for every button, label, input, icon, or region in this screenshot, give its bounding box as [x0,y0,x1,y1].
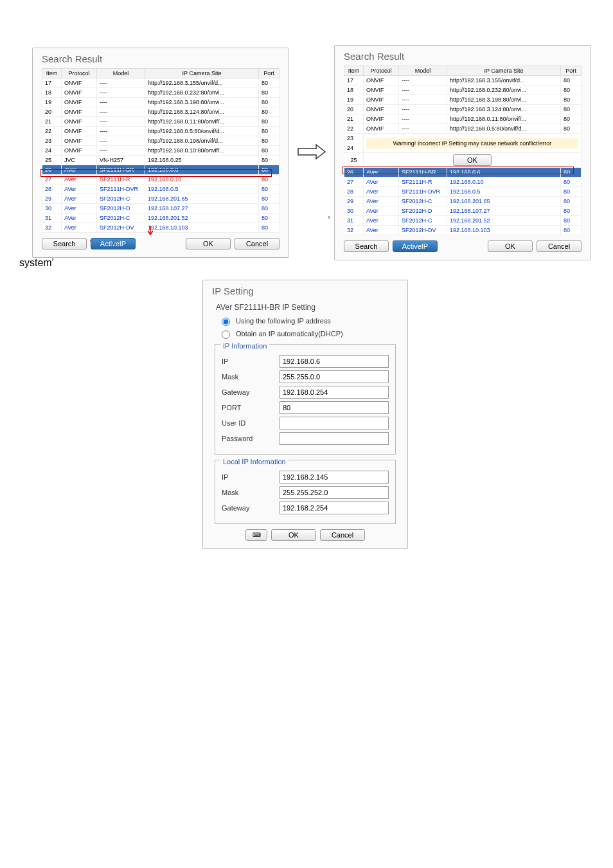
table-row[interactable]: 22 ONVIF ---- http://192.168.0.5:80/onvi… [344,124,582,134]
cell-port: 80 [561,177,582,187]
cancel-button[interactable]: Cancel [320,529,365,541]
table-row[interactable]: 30 AVer SF2012H-D 192.168.107.27 80 [42,204,280,213]
table-row[interactable]: 29 AVer SF2012H-C 192.168.201.65 80 [42,194,280,204]
flow-arrow-icon [296,142,328,164]
port-field[interactable] [280,401,389,414]
radio-dhcp[interactable] [222,330,230,339]
ok-button[interactable]: OK [488,240,533,252]
cell-port: 80 [561,76,582,86]
table-row[interactable]: 29 AVer SF2012H-C 192.168.201.65 80 [344,197,582,206]
cancel-button[interactable]: Cancel [537,240,582,252]
table-row[interactable]: 28 AVer SF2111H-DVR 192.168.0.5 80 [344,187,582,197]
col-protocol: Protocol [62,69,97,78]
pass-field[interactable] [280,432,389,445]
cell-site: http://192.168.0.198/onvif/d... [145,136,259,146]
cell-item: 25 [344,153,364,168]
ok-button[interactable]: OK [186,238,231,249]
local-ip-field[interactable] [280,471,389,484]
table-row[interactable]: 20 ONVIF ---- http://192.168.3.124:80/on… [42,107,280,117]
cell-port: 80 [561,197,582,206]
table-row[interactable]: 32 AVer SF2012H-DV 192.168.10.103 80 [344,226,582,235]
text-system: system' [19,257,54,269]
cell-model: ---- [97,146,145,156]
table-row[interactable]: 31 AVer SF2012H-C 192.168.201.52 80 [42,213,280,223]
active-ip-button[interactable]: ActiveIP [393,240,438,252]
cell-site: 192.168.10.103 [145,223,259,233]
table-row[interactable]: 26 AVer SF2111H-BR 192.168.0.6 80 [344,168,582,177]
warning-ok-button[interactable]: OK [453,154,492,166]
cell-item: 23 [42,136,62,146]
cell-port: 80 [561,216,582,226]
table-row[interactable]: 20 ONVIF ---- http://192.168.3.124:80/on… [344,105,582,114]
table-row[interactable]: 27 AVer SF2111H-R 192.168.0.10 80 [344,177,582,187]
table-row[interactable]: 17 ONVIF ---- http://192.168.3.155/onvif… [42,78,280,88]
cell-model: ---- [97,127,145,136]
ip-information-group: IP Information IP Mask Gateway PORT User… [215,344,396,455]
cell-item: 28 [344,187,364,197]
cell-model: SF2012H-D [97,204,145,213]
table-row[interactable]: 24 ONVIF ---- http://192.168.0.10:80/onv… [42,146,280,156]
cell-site: 192.168.0.25 [145,156,259,165]
cell-model: SF2111H-BR [399,168,447,177]
search-button[interactable]: Search [42,238,87,249]
table-row[interactable]: 27 AVer SF2111H-R 192.168.0.10 80 [42,175,280,185]
cell-site: http://192.168.0.11:80/onvif/... [447,114,561,124]
cell-port: 80 [259,78,280,88]
ok-button[interactable]: OK [271,529,316,541]
cell-protocol: ONVIF [62,98,97,107]
table-row[interactable]: 23 ONVIF ---- http://192.168.0.198/onvif… [42,136,280,146]
cell-protocol: AVer [62,175,97,185]
table-row[interactable]: 18 ONVIF ---- http://192.168.0.232:80/on… [344,86,582,95]
search-button[interactable]: Search [344,240,389,252]
ip-field[interactable] [280,355,389,368]
radio-static[interactable] [222,318,230,326]
table-row[interactable]: 19 ONVIF ---- http://192.168.3.198:80/on… [344,95,582,105]
cell-port: 80 [259,107,280,117]
cell-site: 192.168.201.65 [447,197,561,206]
cell-site: http://192.168.3.155/onvif/d... [145,78,259,88]
cell-item: 24 [42,146,62,156]
col-port: Port [259,69,280,78]
table-row[interactable]: 17 ONVIF ---- http://192.168.3.155/onvif… [344,76,582,86]
col-site: IP Camera Site [145,69,259,78]
cell-item: 23 [344,134,364,143]
cell-model: ---- [97,136,145,146]
cell-model: VN-H257 [97,156,145,165]
gateway-field[interactable] [280,386,389,399]
panel-title: IP Setting [212,285,398,296]
table-row[interactable]: 22 ONVIF ---- http://192.168.0.5:80/onvi… [42,127,280,136]
panel-title: Search Result [344,51,582,62]
table-row[interactable]: 18 ONVIF ---- http://192.168.0.232:80/on… [42,88,280,98]
cell-item: 32 [42,223,62,233]
local-gw-field[interactable] [280,502,389,514]
table-row[interactable]: 26 AVer SF2111H-BR 192.168.0.6 80 [42,165,280,175]
user-label: User ID [222,419,280,427]
table-row[interactable]: 30 AVer SF2012H-D 192.168.107.27 80 [344,206,582,216]
ip-subtitle: AVer SF2111H-BR IP Setting [216,303,398,312]
keyboard-icon[interactable]: ⌨ [245,529,267,541]
cell-item: 17 [344,76,364,86]
local-mask-field[interactable] [280,486,389,499]
table-row[interactable]: 28 AVer SF2111H-DVR 192.168.0.5 80 [42,185,280,194]
cell-model: SF2012H-C [399,216,447,226]
mask-field[interactable] [280,370,389,383]
cell-site: 192.168.201.65 [145,194,259,204]
cell-item: 28 [42,185,62,194]
cell-site: http://192.168.0.5:80/onvif/d... [447,124,561,134]
cell-item: 27 [344,177,364,187]
table-row[interactable]: 32 AVer SF2012H-DV 192.168.10.103 80 [42,223,280,233]
cancel-button[interactable]: Cancel [235,238,280,249]
cell-protocol: AVer [364,187,399,197]
col-model: Model [399,66,447,76]
user-field[interactable] [280,417,389,429]
table-row[interactable]: 19 ONVIF ---- http://192.168.3.198:80/on… [42,98,280,107]
cell-protocol: AVer [364,168,399,177]
table-row[interactable]: 31 AVer SF2012H-C 192.168.201.52 80 [344,216,582,226]
cell-item: 31 [42,213,62,223]
table-row[interactable]: 21 ONVIF ---- http://192.168.0.11:80/onv… [42,117,280,127]
cell-item: 19 [42,98,62,107]
table-row[interactable]: 25 JVC VN-H257 192.168.0.25 80 [42,156,280,165]
text-quote: ' [90,238,92,248]
cell-protocol: ONVIF [364,95,399,105]
table-row[interactable]: 21 ONVIF ---- http://192.168.0.11:80/onv… [344,114,582,124]
